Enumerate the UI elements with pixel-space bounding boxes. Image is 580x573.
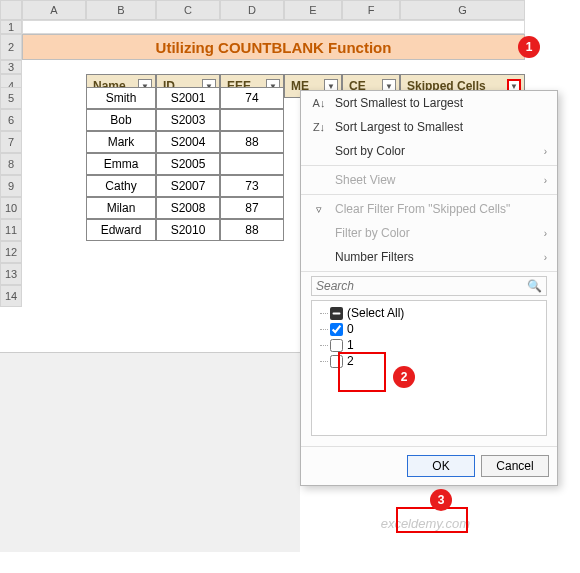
separator — [301, 165, 557, 166]
row-header-8[interactable]: 8 — [0, 153, 22, 175]
search-icon: 🔍 — [527, 279, 542, 293]
select-all-label: (Select All) — [347, 306, 404, 320]
cell-id[interactable]: S2005 — [156, 153, 220, 175]
cell-id[interactable]: S2003 — [156, 109, 220, 131]
col-header-C[interactable]: C — [156, 0, 220, 20]
clear-filter: ▿ Clear Filter From "Skipped Cells" — [301, 197, 557, 221]
number-filters-label: Number Filters — [335, 250, 414, 264]
cell-id[interactable]: S2008 — [156, 197, 220, 219]
row-header-1[interactable]: 1 — [0, 20, 22, 34]
chevron-right-icon: › — [544, 175, 547, 186]
sheet-view: Sheet View › — [301, 168, 557, 192]
row-header-2[interactable]: 2 — [0, 34, 22, 60]
filter-by-color: Filter by Color › — [301, 221, 557, 245]
separator — [301, 271, 557, 272]
cell-eee[interactable] — [220, 153, 284, 175]
cell-eee[interactable]: 88 — [220, 219, 284, 241]
cell-id[interactable]: S2004 — [156, 131, 220, 153]
cell-eee[interactable]: 73 — [220, 175, 284, 197]
row-header-11[interactable]: 11 — [0, 219, 22, 241]
sort-ascending[interactable]: A↓ Sort Smallest to Largest — [301, 91, 557, 115]
sort-by-color[interactable]: Sort by Color › — [301, 139, 557, 163]
chevron-right-icon: › — [544, 228, 547, 239]
row-header-13[interactable]: 13 — [0, 263, 22, 285]
cell-id[interactable]: S2001 — [156, 87, 220, 109]
cell-eee[interactable] — [220, 109, 284, 131]
button-row: OK Cancel — [301, 446, 557, 485]
cell-eee[interactable]: 74 — [220, 87, 284, 109]
filter-option-0[interactable]: 0 — [316, 321, 542, 337]
col-header-E[interactable]: E — [284, 0, 342, 20]
empty-row — [22, 20, 525, 34]
funnel-clear-icon: ▿ — [311, 203, 327, 216]
row-header-14[interactable]: 14 — [0, 285, 22, 307]
cell-name[interactable]: Emma — [86, 153, 156, 175]
row-header-7[interactable]: 7 — [0, 131, 22, 153]
cell-id[interactable]: S2010 — [156, 219, 220, 241]
cell-id[interactable]: S2007 — [156, 175, 220, 197]
checkbox-select-all[interactable] — [330, 307, 343, 320]
sort-color-label: Sort by Color — [335, 144, 405, 158]
sort-asc-label: Sort Smallest to Largest — [335, 96, 463, 110]
checkbox-2[interactable] — [330, 355, 343, 368]
cell-name[interactable]: Mark — [86, 131, 156, 153]
clear-filter-label: Clear Filter From "Skipped Cells" — [335, 202, 510, 216]
ok-button[interactable]: OK — [407, 455, 475, 477]
filter-option-2[interactable]: 2 — [316, 353, 542, 369]
cell-eee[interactable]: 88 — [220, 131, 284, 153]
filter-color-label: Filter by Color — [335, 226, 410, 240]
opt1-label: 1 — [347, 338, 354, 352]
callout-badge-1: 1 — [518, 36, 540, 58]
data-area: 5 Smith S2001 74 6 Bob S2003 7 Mark S200… — [0, 87, 284, 307]
row-header-3[interactable]: 3 — [0, 60, 22, 74]
separator — [301, 194, 557, 195]
row-header-12[interactable]: 12 — [0, 241, 22, 263]
sort-asc-icon: A↓ — [311, 97, 327, 109]
opt2-label: 2 — [347, 354, 354, 368]
callout-badge-3: 3 — [430, 489, 452, 511]
sort-descending[interactable]: Z↓ Sort Largest to Smallest — [301, 115, 557, 139]
row-header-5[interactable]: 5 — [0, 87, 22, 109]
callout-badge-2: 2 — [393, 366, 415, 388]
spacer-row — [22, 60, 525, 74]
select-all-option[interactable]: (Select All) — [316, 305, 542, 321]
cell-name[interactable]: Milan — [86, 197, 156, 219]
filter-option-1[interactable]: 1 — [316, 337, 542, 353]
cell-name[interactable]: Smith — [86, 87, 156, 109]
filter-values-tree: (Select All) 0 1 2 — [311, 300, 547, 436]
number-filters[interactable]: Number Filters › — [301, 245, 557, 269]
checkbox-1[interactable] — [330, 339, 343, 352]
cell-name[interactable]: Bob — [86, 109, 156, 131]
cell-name[interactable]: Cathy — [86, 175, 156, 197]
col-header-A[interactable]: A — [22, 0, 86, 20]
highlight-box-ok — [396, 507, 468, 533]
page-title: Utilizing COUNTBLANK Function — [22, 34, 525, 60]
below-grid-area — [0, 352, 300, 552]
cell-name[interactable]: Edward — [86, 219, 156, 241]
col-header-D[interactable]: D — [220, 0, 284, 20]
filter-dropdown-menu: A↓ Sort Smallest to Largest Z↓ Sort Larg… — [300, 90, 558, 486]
col-header-F[interactable]: F — [342, 0, 400, 20]
sort-desc-label: Sort Largest to Smallest — [335, 120, 463, 134]
row-header-6[interactable]: 6 — [0, 109, 22, 131]
checkbox-0[interactable] — [330, 323, 343, 336]
row-header-10[interactable]: 10 — [0, 197, 22, 219]
row-header-9[interactable]: 9 — [0, 175, 22, 197]
filter-search[interactable]: 🔍 — [311, 276, 547, 296]
search-input[interactable] — [316, 279, 527, 293]
cancel-button[interactable]: Cancel — [481, 455, 549, 477]
chevron-right-icon: › — [544, 252, 547, 263]
spreadsheet-grid: A B C D E F G 1 2 Utilizing COUNTBLANK F… — [0, 0, 580, 98]
col-header-B[interactable]: B — [86, 0, 156, 20]
chevron-right-icon: › — [544, 146, 547, 157]
cell-eee[interactable]: 87 — [220, 197, 284, 219]
watermark: exceldemy.com — [381, 516, 470, 531]
col-header-G[interactable]: G — [400, 0, 525, 20]
select-all-corner[interactable] — [0, 0, 22, 20]
sheet-view-label: Sheet View — [335, 173, 396, 187]
sort-desc-icon: Z↓ — [311, 121, 327, 133]
opt0-label: 0 — [347, 322, 354, 336]
